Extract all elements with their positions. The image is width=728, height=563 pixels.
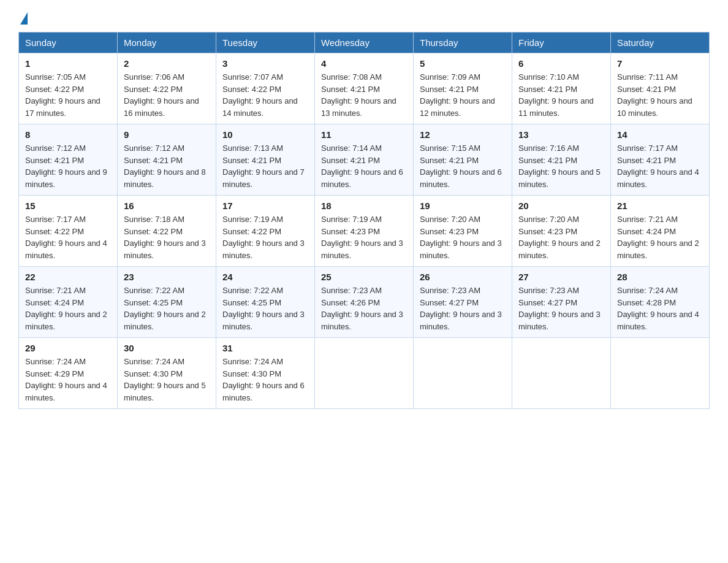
calendar-cell: 14Sunrise: 7:17 AMSunset: 4:21 PMDayligh…	[611, 124, 710, 196]
calendar-cell: 2Sunrise: 7:06 AMSunset: 4:22 PMDaylight…	[118, 53, 216, 124]
calendar-cell: 21Sunrise: 7:21 AMSunset: 4:24 PMDayligh…	[611, 196, 710, 267]
week-row-4: 22Sunrise: 7:21 AMSunset: 4:24 PMDayligh…	[19, 267, 710, 338]
day-info: Sunrise: 7:12 AMSunset: 4:21 PMDaylight:…	[25, 142, 111, 190]
day-info: Sunrise: 7:23 AMSunset: 4:26 PMDaylight:…	[321, 285, 407, 332]
day-number: 5	[420, 58, 506, 69]
day-number: 7	[617, 58, 703, 69]
day-number: 13	[518, 129, 604, 140]
calendar-cell: 18Sunrise: 7:19 AMSunset: 4:23 PMDayligh…	[315, 196, 414, 267]
day-info: Sunrise: 7:23 AMSunset: 4:27 PMDaylight:…	[420, 285, 506, 332]
day-number: 22	[25, 272, 111, 282]
calendar-cell: 20Sunrise: 7:20 AMSunset: 4:23 PMDayligh…	[512, 196, 611, 267]
day-info: Sunrise: 7:08 AMSunset: 4:21 PMDaylight:…	[321, 71, 407, 119]
day-info: Sunrise: 7:20 AMSunset: 4:23 PMDaylight:…	[420, 213, 506, 261]
calendar-cell: 22Sunrise: 7:21 AMSunset: 4:24 PMDayligh…	[19, 267, 118, 338]
day-info: Sunrise: 7:21 AMSunset: 4:24 PMDaylight:…	[25, 285, 111, 332]
calendar-cell: 24Sunrise: 7:22 AMSunset: 4:25 PMDayligh…	[216, 267, 315, 338]
day-number: 28	[617, 272, 703, 282]
calendar-cell: 25Sunrise: 7:23 AMSunset: 4:26 PMDayligh…	[315, 267, 414, 338]
day-info: Sunrise: 7:07 AMSunset: 4:22 PMDaylight:…	[222, 71, 308, 119]
weekday-header-thursday: Thursday	[414, 33, 512, 53]
day-info: Sunrise: 7:20 AMSunset: 4:23 PMDaylight:…	[518, 213, 604, 261]
day-info: Sunrise: 7:18 AMSunset: 4:22 PMDaylight:…	[124, 213, 210, 261]
day-number: 11	[321, 129, 407, 140]
day-number: 25	[321, 272, 407, 282]
day-number: 29	[25, 343, 111, 353]
calendar-cell: 30Sunrise: 7:24 AMSunset: 4:30 PMDayligh…	[118, 338, 216, 409]
day-info: Sunrise: 7:24 AMSunset: 4:29 PMDaylight:…	[25, 356, 111, 404]
day-info: Sunrise: 7:14 AMSunset: 4:21 PMDaylight:…	[321, 142, 407, 190]
day-info: Sunrise: 7:11 AMSunset: 4:21 PMDaylight:…	[617, 71, 703, 119]
week-row-3: 15Sunrise: 7:17 AMSunset: 4:22 PMDayligh…	[19, 196, 710, 267]
day-number: 6	[518, 58, 604, 69]
day-number: 10	[222, 129, 308, 140]
calendar-cell: 9Sunrise: 7:12 AMSunset: 4:21 PMDaylight…	[118, 124, 216, 196]
day-number: 24	[222, 272, 308, 282]
weekday-header-friday: Friday	[512, 33, 611, 53]
day-number: 17	[222, 201, 308, 211]
calendar-cell: 29Sunrise: 7:24 AMSunset: 4:29 PMDayligh…	[19, 338, 118, 409]
day-number: 4	[321, 58, 407, 69]
calendar-cell: 28Sunrise: 7:24 AMSunset: 4:28 PMDayligh…	[611, 267, 710, 338]
day-info: Sunrise: 7:09 AMSunset: 4:21 PMDaylight:…	[420, 71, 506, 119]
calendar-cell: 16Sunrise: 7:18 AMSunset: 4:22 PMDayligh…	[118, 196, 216, 267]
day-info: Sunrise: 7:23 AMSunset: 4:27 PMDaylight:…	[518, 285, 604, 332]
calendar-cell: 5Sunrise: 7:09 AMSunset: 4:21 PMDaylight…	[414, 53, 512, 124]
calendar-cell: 1Sunrise: 7:05 AMSunset: 4:22 PMDaylight…	[19, 53, 118, 124]
day-info: Sunrise: 7:24 AMSunset: 4:30 PMDaylight:…	[124, 356, 210, 404]
day-info: Sunrise: 7:17 AMSunset: 4:22 PMDaylight:…	[25, 213, 111, 261]
day-info: Sunrise: 7:06 AMSunset: 4:22 PMDaylight:…	[124, 71, 210, 119]
calendar-cell	[512, 338, 611, 409]
day-number: 15	[25, 201, 111, 211]
calendar-cell: 10Sunrise: 7:13 AMSunset: 4:21 PMDayligh…	[216, 124, 315, 196]
day-info: Sunrise: 7:10 AMSunset: 4:21 PMDaylight:…	[518, 71, 604, 119]
day-number: 23	[124, 272, 210, 282]
calendar-cell: 7Sunrise: 7:11 AMSunset: 4:21 PMDaylight…	[611, 53, 710, 124]
logo	[18, 12, 28, 26]
calendar-cell: 6Sunrise: 7:10 AMSunset: 4:21 PMDaylight…	[512, 53, 611, 124]
day-number: 9	[124, 129, 210, 140]
weekday-header-sunday: Sunday	[19, 33, 118, 53]
page-header	[18, 12, 710, 26]
day-number: 16	[124, 201, 210, 211]
day-number: 30	[124, 343, 210, 353]
day-number: 26	[420, 272, 506, 282]
calendar-cell: 17Sunrise: 7:19 AMSunset: 4:22 PMDayligh…	[216, 196, 315, 267]
day-info: Sunrise: 7:16 AMSunset: 4:21 PMDaylight:…	[518, 142, 604, 190]
calendar-cell	[315, 338, 414, 409]
day-number: 14	[617, 129, 703, 140]
day-info: Sunrise: 7:24 AMSunset: 4:28 PMDaylight:…	[617, 285, 703, 332]
day-info: Sunrise: 7:22 AMSunset: 4:25 PMDaylight:…	[222, 285, 308, 332]
calendar-cell: 4Sunrise: 7:08 AMSunset: 4:21 PMDaylight…	[315, 53, 414, 124]
day-info: Sunrise: 7:24 AMSunset: 4:30 PMDaylight:…	[222, 356, 308, 404]
weekday-header-monday: Monday	[118, 33, 216, 53]
calendar-cell: 26Sunrise: 7:23 AMSunset: 4:27 PMDayligh…	[414, 267, 512, 338]
day-number: 27	[518, 272, 604, 282]
calendar-cell: 23Sunrise: 7:22 AMSunset: 4:25 PMDayligh…	[118, 267, 216, 338]
day-info: Sunrise: 7:15 AMSunset: 4:21 PMDaylight:…	[420, 142, 506, 190]
calendar-cell	[414, 338, 512, 409]
day-number: 20	[518, 201, 604, 211]
day-info: Sunrise: 7:12 AMSunset: 4:21 PMDaylight:…	[124, 142, 210, 190]
calendar-cell	[611, 338, 710, 409]
weekday-header-wednesday: Wednesday	[315, 33, 414, 53]
calendar-cell: 13Sunrise: 7:16 AMSunset: 4:21 PMDayligh…	[512, 124, 611, 196]
week-row-1: 1Sunrise: 7:05 AMSunset: 4:22 PMDaylight…	[19, 53, 710, 124]
day-number: 2	[124, 58, 210, 69]
day-info: Sunrise: 7:22 AMSunset: 4:25 PMDaylight:…	[124, 285, 210, 332]
day-info: Sunrise: 7:17 AMSunset: 4:21 PMDaylight:…	[617, 142, 703, 190]
day-number: 12	[420, 129, 506, 140]
day-info: Sunrise: 7:21 AMSunset: 4:24 PMDaylight:…	[617, 213, 703, 261]
day-number: 21	[617, 201, 703, 211]
week-row-2: 8Sunrise: 7:12 AMSunset: 4:21 PMDaylight…	[19, 124, 710, 196]
calendar-cell: 3Sunrise: 7:07 AMSunset: 4:22 PMDaylight…	[216, 53, 315, 124]
calendar-cell: 11Sunrise: 7:14 AMSunset: 4:21 PMDayligh…	[315, 124, 414, 196]
calendar-cell: 12Sunrise: 7:15 AMSunset: 4:21 PMDayligh…	[414, 124, 512, 196]
day-info: Sunrise: 7:19 AMSunset: 4:22 PMDaylight:…	[222, 213, 308, 261]
day-info: Sunrise: 7:05 AMSunset: 4:22 PMDaylight:…	[25, 71, 111, 119]
calendar-cell: 27Sunrise: 7:23 AMSunset: 4:27 PMDayligh…	[512, 267, 611, 338]
calendar-table: SundayMondayTuesdayWednesdayThursdayFrid…	[18, 32, 710, 409]
weekday-header-saturday: Saturday	[611, 33, 710, 53]
day-number: 1	[25, 58, 111, 69]
calendar-cell: 15Sunrise: 7:17 AMSunset: 4:22 PMDayligh…	[19, 196, 118, 267]
